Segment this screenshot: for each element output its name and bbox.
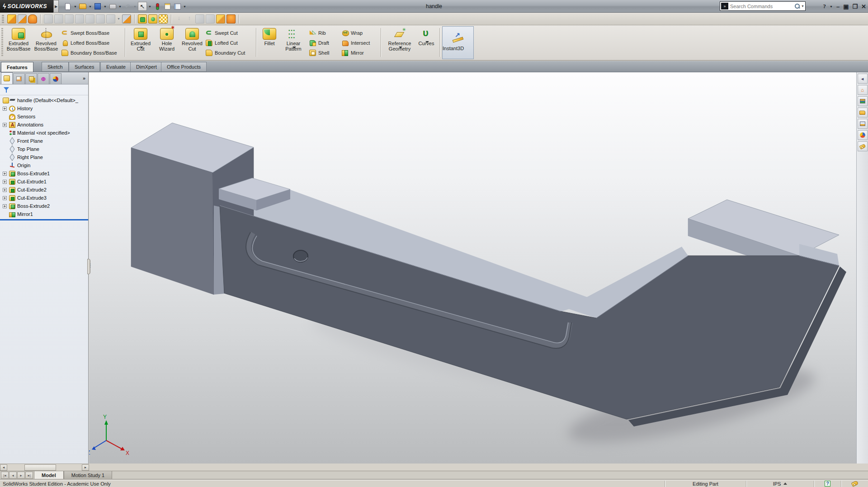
- curves-button[interactable]: Curves: [416, 27, 437, 46]
- file-explorer-icon[interactable]: [858, 108, 868, 117]
- scroll-right-button[interactable]: ▸: [82, 464, 89, 471]
- tab-surfaces[interactable]: Surfaces: [69, 62, 100, 72]
- tree-item-top-plane[interactable]: Top Plane: [0, 145, 88, 153]
- revolved-cut-button[interactable]: Revolved Cut: [179, 27, 205, 52]
- reference-geometry-button[interactable]: Reference Geometry: [385, 27, 414, 52]
- tree-item-annotations[interactable]: Annotations: [0, 121, 88, 129]
- panel-splitter-handle[interactable]: [87, 259, 90, 274]
- tab-sketch[interactable]: Sketch: [42, 62, 69, 72]
- tree-filter-row[interactable]: [0, 84, 88, 95]
- tree-item-boss-extrude1[interactable]: Boss-Extrude1: [0, 169, 88, 178]
- open-recent-icon[interactable]: [226, 14, 236, 23]
- wrap-button[interactable]: Wrap: [342, 28, 370, 38]
- model-tab[interactable]: Model: [34, 471, 64, 479]
- dimxpertmanager-tab[interactable]: ⊕: [38, 73, 49, 84]
- tree-item-part[interactable]: handle (Default<<Default>_: [0, 96, 88, 104]
- edit-part-icon[interactable]: [138, 14, 147, 23]
- units-selector[interactable]: IPS: [746, 481, 814, 487]
- tree-item-boss-extrude2[interactable]: Boss-Extrude2: [0, 202, 88, 210]
- revolved-boss-base-button[interactable]: Revolved Boss/Base: [33, 27, 59, 52]
- hole-wizard-button[interactable]: Hole Wizard: [154, 27, 180, 52]
- reference-geometry-caret[interactable]: [399, 47, 402, 50]
- shell-button[interactable]: Shell: [309, 48, 329, 58]
- configurationmanager-tab[interactable]: [25, 73, 37, 84]
- boundary-boss-base-button[interactable]: Boundary Boss/Base: [61, 48, 117, 58]
- next-tab-button[interactable]: ▸: [17, 472, 25, 479]
- last-tab-button[interactable]: ▸|: [25, 472, 33, 479]
- sketch-tool-icon[interactable]: [7, 14, 16, 23]
- appearances-scenes-icon[interactable]: [858, 130, 868, 140]
- expander[interactable]: [3, 188, 7, 192]
- close-button[interactable]: ✕: [861, 3, 866, 10]
- intersect-button[interactable]: Intersect: [342, 38, 370, 48]
- expander[interactable]: [3, 123, 7, 127]
- mirror-button[interactable]: Mirror: [342, 48, 370, 58]
- help-button[interactable]: ?: [823, 3, 826, 10]
- minimize-button[interactable]: –: [836, 3, 840, 10]
- expander[interactable]: [3, 180, 7, 184]
- lofted-cut-button[interactable]: Lofted Cut: [206, 38, 245, 48]
- linear-pattern-caret[interactable]: [292, 47, 296, 50]
- curves-caret[interactable]: [425, 41, 429, 45]
- graphics-area[interactable]: Y X Z: [89, 72, 856, 464]
- search-caret[interactable]: ▼: [801, 5, 804, 8]
- motion-study-tab[interactable]: Motion Study 1: [64, 471, 112, 479]
- propertymanager-tab[interactable]: [13, 73, 25, 84]
- design-library-icon[interactable]: [858, 96, 868, 106]
- units-caret[interactable]: [783, 481, 787, 485]
- ribbon-grip[interactable]: [1, 28, 3, 57]
- tree-item-cut-extrude1[interactable]: Cut-Extrude1: [0, 178, 88, 186]
- solidworks-resources-icon[interactable]: ⌂: [858, 85, 868, 95]
- tree-item-cut-extrude3[interactable]: Cut-Extrude3: [0, 194, 88, 202]
- hole-feature[interactable]: [293, 250, 308, 262]
- measure-tool-icon[interactable]: [122, 14, 131, 23]
- prev-tab-button[interactable]: ◂: [9, 472, 17, 479]
- lofted-boss-base-button[interactable]: Lofted Boss/Base: [61, 38, 117, 48]
- tab-features[interactable]: Features: [1, 62, 33, 72]
- part-3d-model[interactable]: Y X Z: [89, 72, 856, 464]
- featuremanager-tree-tab[interactable]: [1, 72, 13, 84]
- toolbar-grip[interactable]: [2, 15, 4, 23]
- first-tab-button[interactable]: |◂: [1, 472, 9, 479]
- extruded-boss-base-button[interactable]: Extruded Boss/Base: [5, 27, 32, 52]
- search-scope-icon[interactable]: »: [721, 3, 728, 9]
- scroll-thumb[interactable]: [24, 464, 56, 471]
- quick-tips-toggle[interactable]: ?: [814, 481, 841, 487]
- expander[interactable]: [3, 172, 7, 176]
- view-palette-icon[interactable]: [858, 119, 868, 129]
- edit-appearance-folder-icon[interactable]: [148, 14, 157, 23]
- pattern-table-icon[interactable]: [159, 14, 168, 23]
- custom-properties-icon[interactable]: [858, 141, 868, 151]
- search-commands-box[interactable]: » ▼: [720, 1, 806, 11]
- fillet-button[interactable]: Fillet: [259, 27, 280, 46]
- tree-item-origin[interactable]: Origin: [0, 161, 88, 169]
- tab-evaluate[interactable]: Evaluate: [100, 62, 132, 72]
- search-icon[interactable]: [794, 3, 800, 9]
- maximize-button[interactable]: ▣: [843, 3, 849, 10]
- draft-button[interactable]: Draft: [309, 38, 329, 48]
- restore-button[interactable]: ❐: [852, 3, 858, 10]
- expander[interactable]: [3, 107, 7, 111]
- instant3d-toggle[interactable]: Instant3D: [442, 26, 474, 59]
- tree-item-history[interactable]: History: [0, 104, 88, 112]
- tags-button[interactable]: [841, 481, 868, 487]
- scroll-left-button[interactable]: ◂: [0, 464, 7, 471]
- displaymanager-tab[interactable]: [50, 73, 61, 84]
- edit-sketch-icon[interactable]: [216, 14, 225, 23]
- section-tool-icon[interactable]: [18, 14, 27, 23]
- tab-office-products[interactable]: Office Products: [161, 62, 207, 72]
- rib-button[interactable]: Rib: [309, 28, 329, 38]
- boundary-cut-button[interactable]: Boundary Cut: [206, 48, 245, 58]
- task-pane-expand-button[interactable]: ◂: [858, 74, 868, 84]
- expander[interactable]: [3, 204, 7, 208]
- swept-cut-button[interactable]: Swept Cut: [206, 28, 245, 38]
- extruded-cut-caret[interactable]: [140, 47, 143, 50]
- tree-item-right-plane[interactable]: Right Plane: [0, 153, 88, 161]
- tree-item-mirror1[interactable]: Mirror1: [0, 210, 88, 218]
- tree-horizontal-scrollbar[interactable]: ◂ ▸: [0, 464, 89, 471]
- linear-pattern-button[interactable]: Linear Pattern: [281, 27, 306, 52]
- loft-tool-icon[interactable]: [28, 14, 37, 23]
- expander[interactable]: [3, 196, 7, 200]
- swept-boss-base-button[interactable]: Swept Boss/Base: [61, 28, 117, 38]
- more-tabs-chevron[interactable]: »: [83, 75, 85, 81]
